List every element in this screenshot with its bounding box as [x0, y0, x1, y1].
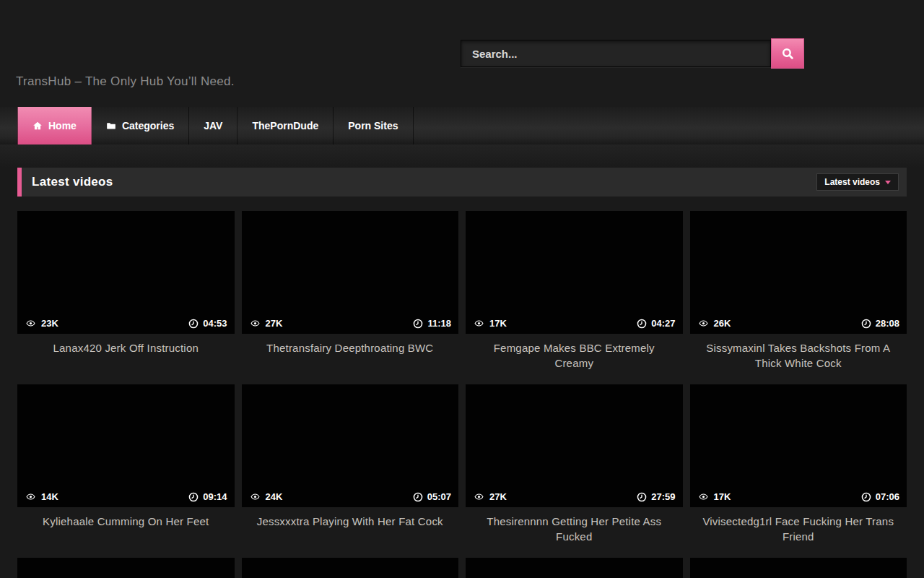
clock-icon [637, 492, 647, 502]
video-views-meta: 24K [249, 491, 283, 502]
nav-tab-jav[interactable]: JAV [189, 107, 237, 144]
video-thumbnail[interactable]: 17K 07:06 [690, 384, 907, 507]
video-meta: 14K 09:14 [25, 491, 227, 502]
video-thumbnail[interactable]: 23K 04:53 [17, 211, 235, 334]
video-views-meta: 17K [697, 491, 731, 502]
video-views-meta: 27K [249, 318, 283, 329]
video-views: 23K [41, 318, 58, 329]
video-card[interactable] [242, 558, 459, 578]
video-title[interactable]: Thesirennnn Getting Her Petite Ass Fucke… [473, 514, 676, 544]
nav-tab-categories[interactable]: Categories [92, 107, 189, 144]
search-input[interactable] [461, 40, 771, 67]
video-duration: 04:53 [203, 318, 227, 329]
video-duration-meta: 05:07 [413, 491, 451, 502]
video-views: 17K [489, 318, 507, 329]
video-card[interactable] [17, 558, 235, 578]
nav-tab-label: ThePornDude [252, 120, 318, 131]
video-views-meta: 23K [25, 318, 58, 329]
video-thumbnail[interactable] [690, 558, 907, 578]
nav-shadow [0, 144, 924, 168]
clock-icon [413, 492, 423, 502]
video-duration-meta: 04:53 [188, 318, 227, 329]
video-duration: 07:06 [876, 491, 899, 502]
nav-tab-label: Porn Sites [348, 120, 398, 131]
video-title[interactable]: Sissymaxinl Takes Backshots From A Thick… [697, 340, 900, 371]
sort-dropdown-button[interactable]: Latest videos [816, 173, 899, 191]
video-title-wrap: Kyliehaale Cumming On Her Feet [17, 507, 235, 558]
video-card[interactable] [690, 558, 907, 578]
video-duration-meta: 09:14 [188, 491, 227, 502]
home-icon [32, 121, 43, 131]
video-title[interactable]: Jessxxxtra Playing With Her Fat Cock [249, 514, 452, 529]
eye-icon [25, 319, 37, 328]
clock-icon [861, 319, 871, 329]
video-card[interactable]: 14K 09:14 Kyliehaale Cumming On Her Feet [17, 384, 235, 558]
video-thumbnail[interactable]: 26K 28:08 [690, 211, 907, 334]
eye-icon [25, 492, 37, 501]
video-views: 26K [714, 318, 731, 329]
video-card[interactable]: 17K 07:06 Vivisectedg1rl Face Fucking He… [690, 384, 907, 558]
site-tagline: TransHub – The Only Hub You’ll Need. [16, 74, 235, 89]
main-nav: Home Categories JAV ThePornDude Porn Sit… [0, 107, 924, 144]
video-thumbnail[interactable]: 14K 09:14 [17, 384, 235, 507]
video-thumbnail[interactable]: 27K 27:59 [466, 384, 683, 507]
video-views: 27K [489, 491, 507, 502]
nav-tab-porn-sites[interactable]: Porn Sites [334, 107, 413, 144]
clock-icon [637, 319, 647, 329]
video-thumbnail[interactable] [17, 558, 235, 578]
video-duration-meta: 07:06 [861, 491, 899, 502]
clock-icon [188, 492, 199, 502]
video-duration-meta: 28:08 [861, 318, 899, 329]
nav-tab-home[interactable]: Home [17, 107, 92, 144]
video-views: 24K [266, 491, 283, 502]
video-duration: 04:27 [651, 318, 675, 329]
video-card[interactable]: 23K 04:53 Lanax420 Jerk Off Instruction [17, 211, 235, 384]
video-card[interactable]: 27K 11:18 Thetransfairy Deepthroating BW… [242, 211, 459, 384]
video-meta: 27K 27:59 [473, 491, 676, 502]
video-thumbnail[interactable]: 27K 11:18 [242, 211, 459, 334]
video-title[interactable]: Vivisectedg1rl Face Fucking Her Trans Fr… [697, 514, 900, 544]
video-duration: 09:14 [203, 491, 227, 502]
video-duration: 27:59 [651, 491, 675, 502]
clock-icon [188, 319, 199, 329]
video-title[interactable]: Thetransfairy Deepthroating BWC [249, 340, 452, 355]
video-meta: 27K 11:18 [249, 318, 452, 329]
video-thumbnail[interactable]: 17K 04:27 [466, 211, 683, 334]
video-grid: 23K 04:53 Lanax420 Jerk Off Instruction [17, 211, 907, 578]
site-header: TransHub – The Only Hub You’ll Need. [0, 0, 924, 107]
video-duration: 11:18 [427, 318, 451, 329]
search-icon [781, 47, 795, 61]
nav-tab-label: Home [48, 120, 77, 131]
chevron-down-icon [885, 181, 891, 184]
eye-icon [473, 319, 485, 328]
video-card[interactable]: 17K 04:27 Femgape Makes BBC Extremely Cr… [466, 211, 683, 384]
video-title-wrap: Jessxxxtra Playing With Her Fat Cock [242, 507, 459, 558]
video-card[interactable]: 26K 28:08 Sissymaxinl Takes Backshots Fr… [690, 211, 907, 384]
video-title[interactable]: Femgape Makes BBC Extremely Creamy [473, 340, 676, 371]
video-meta: 17K 04:27 [473, 318, 676, 329]
video-title-wrap: Thesirennnn Getting Her Petite Ass Fucke… [466, 507, 683, 558]
video-duration-meta: 04:27 [637, 318, 675, 329]
video-title-wrap: Sissymaxinl Takes Backshots From A Thick… [690, 334, 907, 384]
video-card[interactable]: 24K 05:07 Jessxxxtra Playing With Her Fa… [242, 384, 459, 558]
clock-icon [413, 319, 423, 329]
nav-tab-theporndude[interactable]: ThePornDude [237, 107, 334, 144]
video-duration: 05:07 [427, 491, 451, 502]
video-thumbnail[interactable] [242, 558, 459, 578]
video-title-wrap: Thetransfairy Deepthroating BWC [242, 334, 459, 384]
video-title-wrap: Femgape Makes BBC Extremely Creamy [466, 334, 683, 384]
video-duration-meta: 27:59 [637, 491, 675, 502]
video-title[interactable]: Kyliehaale Cumming On Her Feet [25, 514, 227, 529]
video-card[interactable]: 27K 27:59 Thesirennnn Getting Her Petite… [466, 384, 683, 558]
video-title[interactable]: Lanax420 Jerk Off Instruction [25, 340, 227, 355]
video-thumbnail[interactable] [466, 558, 683, 578]
search-form [461, 38, 804, 69]
video-meta: 26K 28:08 [697, 318, 900, 329]
search-button[interactable] [771, 38, 804, 69]
eye-icon [697, 492, 710, 501]
video-card[interactable] [466, 558, 683, 578]
video-thumbnail[interactable]: 24K 05:07 [242, 384, 459, 507]
eye-icon [697, 319, 710, 328]
folder-icon [106, 121, 116, 131]
video-title-wrap: Lanax420 Jerk Off Instruction [17, 334, 235, 384]
